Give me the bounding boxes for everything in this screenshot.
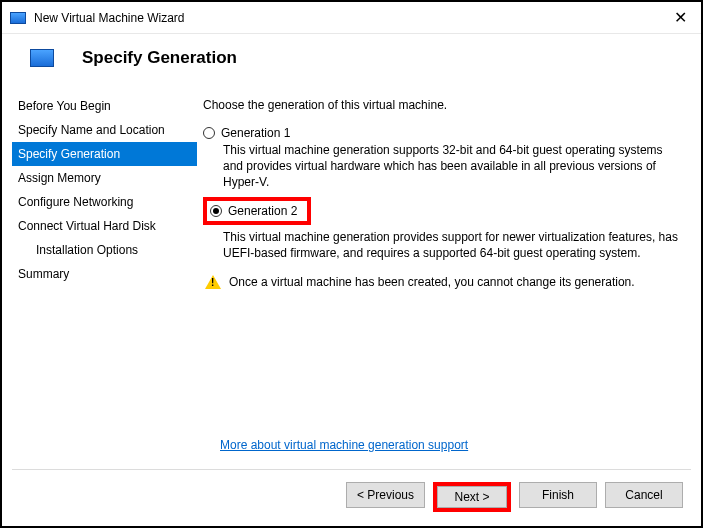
desc-generation-1: This virtual machine generation supports…	[203, 142, 681, 191]
footer-divider	[12, 469, 691, 470]
titlebar: New Virtual Machine Wizard ✕	[2, 2, 701, 34]
radio-generation-2[interactable]	[210, 205, 222, 217]
option-generation-1: Generation 1 This virtual machine genera…	[203, 124, 681, 191]
warning-text: Once a virtual machine has been created,…	[229, 275, 635, 289]
cancel-button[interactable]: Cancel	[605, 482, 683, 508]
header-icon	[30, 49, 54, 67]
link-more-about[interactable]: More about virtual machine generation su…	[220, 438, 468, 452]
page-title: Specify Generation	[82, 48, 237, 68]
radio-generation-1[interactable]	[203, 127, 215, 139]
page-header: Specify Generation	[2, 34, 701, 82]
warning-icon	[205, 275, 221, 289]
highlight-next: Next >	[433, 482, 511, 512]
sidebar-item-before-you-begin[interactable]: Before You Begin	[12, 94, 197, 118]
intro-text: Choose the generation of this virtual ma…	[203, 94, 681, 124]
highlight-generation-2: Generation 2	[203, 197, 311, 225]
previous-button[interactable]: < Previous	[346, 482, 425, 508]
sidebar-item-configure-networking[interactable]: Configure Networking	[12, 190, 197, 214]
sidebar: Before You Begin Specify Name and Locati…	[2, 94, 197, 462]
sidebar-item-specify-name-location[interactable]: Specify Name and Location	[12, 118, 197, 142]
sidebar-item-installation-options[interactable]: Installation Options	[12, 238, 197, 262]
warning-row: Once a virtual machine has been created,…	[203, 275, 681, 289]
label-generation-2[interactable]: Generation 2	[228, 204, 297, 218]
desc-generation-2: This virtual machine generation provides…	[203, 229, 681, 261]
sidebar-item-assign-memory[interactable]: Assign Memory	[12, 166, 197, 190]
label-generation-1[interactable]: Generation 1	[221, 126, 290, 140]
footer-buttons: < Previous Next > Finish Cancel	[346, 482, 683, 512]
app-icon	[10, 12, 26, 24]
finish-button[interactable]: Finish	[519, 482, 597, 508]
window-title: New Virtual Machine Wizard	[34, 11, 668, 25]
next-button[interactable]: Next >	[437, 486, 507, 508]
sidebar-item-connect-vhd[interactable]: Connect Virtual Hard Disk	[12, 214, 197, 238]
content-area: Choose the generation of this virtual ma…	[197, 94, 701, 462]
close-icon[interactable]: ✕	[668, 8, 693, 27]
sidebar-item-summary[interactable]: Summary	[12, 262, 197, 286]
sidebar-item-specify-generation[interactable]: Specify Generation	[12, 142, 197, 166]
option-generation-2: Generation 2 This virtual machine genera…	[203, 197, 681, 261]
